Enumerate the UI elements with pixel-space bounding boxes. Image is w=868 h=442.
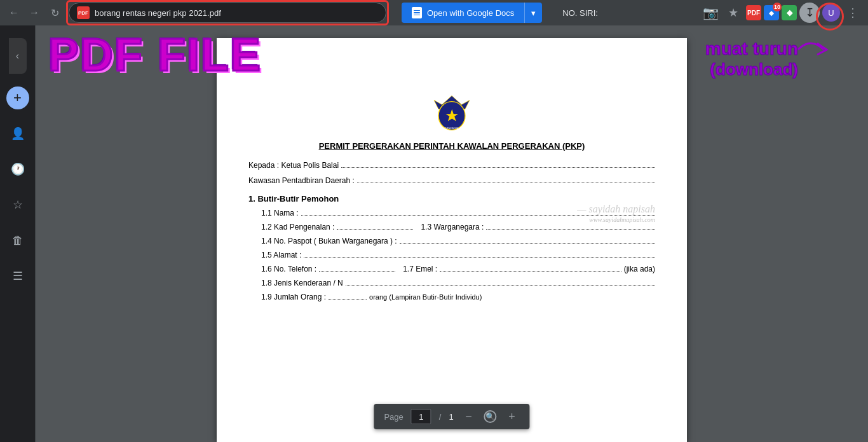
- item-1-2-3: 1.2 Kad Pengenalan : 1.3 Warganegara :: [248, 223, 655, 231]
- sidebar-btn-trash[interactable]: 🗑: [6, 229, 29, 252]
- signature-area: — sayidah napisah www.sayidahnapisah.com: [577, 204, 655, 223]
- google-docs-icon: [412, 7, 422, 18]
- orang-lampiran-label: orang (Lampiran Butir-Butir Individu): [369, 293, 482, 301]
- sidebar-btn-bookmarks[interactable]: ☆: [6, 193, 29, 216]
- star-button[interactable]: ★: [723, 3, 743, 23]
- apps-icon: ☰: [13, 269, 23, 283]
- zoom-out-button[interactable]: −: [461, 409, 477, 424]
- pdf-extension-icon[interactable]: PDF: [746, 5, 761, 20]
- right-toolbar: 📷 ★ PDF ◆ 10 ◆ ↧ U ⋮: [700, 3, 863, 23]
- muat-turun-line2: (download): [705, 60, 798, 79]
- page-separator: /: [439, 412, 442, 422]
- bookmarks-icon: ☆: [13, 198, 23, 212]
- section1-title: 1. Butir-Butir Pemohon: [248, 194, 655, 204]
- item-1-7-dots: [440, 271, 621, 272]
- reload-button[interactable]: ↻: [46, 4, 64, 22]
- add-button[interactable]: +: [6, 86, 29, 109]
- profile-icon[interactable]: U: [822, 4, 840, 22]
- muat-turun-annotation: muat turun (download): [705, 38, 798, 79]
- item-1-3-dots: [486, 229, 655, 230]
- pdf-area: PDF FILE muat turun (download): [36, 25, 868, 442]
- kepada-line: Kepada : Ketua Polis Balai: [248, 161, 655, 170]
- total-pages: 1: [449, 412, 453, 422]
- no-siri-label: NO. SIRI:: [562, 8, 598, 18]
- address-bar[interactable]: PDF borang rentas negeri pkp 2021.pdf: [69, 3, 386, 23]
- add-bookmark-button[interactable]: 📷: [700, 3, 721, 23]
- item-1-7-label: 1.7 Emel :: [403, 265, 437, 273]
- dropdown-arrow-icon: ▾: [531, 8, 536, 18]
- sidebar-collapse-button[interactable]: ‹: [9, 38, 27, 74]
- svg-text:POLIS DIRAJA MALAYSIA: POLIS DIRAJA MALAYSIA: [436, 127, 468, 130]
- pdf-file-icon: PDF: [77, 6, 90, 19]
- zoom-magnifier-icon: 🔍: [484, 410, 497, 423]
- download-button[interactable]: ↧: [799, 3, 820, 23]
- kawasan-dots: [357, 183, 655, 183]
- item-1-9-label: 1.9 Jumlah Orang :: [261, 293, 326, 301]
- left-sidebar: ‹ + 👤 🕐 ☆ 🗑 ☰: [0, 25, 36, 442]
- back-button[interactable]: ←: [5, 4, 23, 22]
- nav-buttons: ← → ↻: [5, 4, 64, 22]
- item-1-4-dots: [400, 243, 655, 244]
- open-with-dropdown-button[interactable]: ▾: [524, 3, 542, 23]
- item-1-9: 1.9 Jumlah Orang : orang (Lampiran Butir…: [248, 293, 655, 301]
- item-1-6-label: 1.6 No. Telefon :: [261, 265, 316, 273]
- trash-icon: 🗑: [12, 234, 24, 247]
- address-bar-container: PDF borang rentas negeri pkp 2021.pdf: [69, 3, 386, 23]
- item-1-4: 1.4 No. Paspot ( Bukan Warganegara ) :: [248, 237, 655, 245]
- page-toolbar: Page / 1 − 🔍 +: [374, 404, 529, 429]
- item-1-1-label: 1.1 Nama :: [261, 209, 299, 218]
- item-1-8-label: 1.8 Jenis Kenderaan / N: [261, 279, 343, 287]
- kepada-label: Kepada : Ketua Polis Balai: [248, 161, 339, 170]
- signature-text: — sayidah napisah: [577, 204, 655, 215]
- sidebar-btn-history[interactable]: 🕐: [6, 158, 29, 181]
- address-text: borang rentas negeri pkp 2021.pdf: [95, 8, 221, 18]
- jika-ada-label: (jika ada): [624, 265, 655, 273]
- extension-icon-2[interactable]: ◆: [782, 5, 797, 20]
- recents-icon: 👤: [11, 127, 25, 141]
- viewer-container: ‹ + 👤 🕐 ☆ 🗑 ☰ PDF FILE muat turun (downl…: [0, 25, 868, 442]
- item-1-6-7: 1.6 No. Telefon : 1.7 Emel : (jika ada): [248, 265, 655, 273]
- kepada-dots: [341, 167, 655, 168]
- add-icon: +: [13, 90, 22, 106]
- document-title: PERMIT PERGERAKAN PERINTAH KAWALAN PERGE…: [248, 141, 655, 151]
- forward-button[interactable]: →: [25, 4, 43, 22]
- item-1-8: 1.8 Jenis Kenderaan / N: [248, 279, 655, 287]
- open-with-label: Open with Google Docs: [427, 8, 514, 18]
- zoom-in-button[interactable]: +: [505, 409, 520, 424]
- pdf-file-annotation-label: PDF FILE: [48, 32, 262, 78]
- police-logo-svg: POLIS DIRAJA MALAYSIA: [430, 89, 474, 134]
- pdf-document: POLIS DIRAJA MALAYSIA PERMIT PERGERAKAN …: [217, 38, 687, 442]
- download-arrow-indicator: [792, 31, 830, 69]
- item-1-5: 1.5 Alamat :: [248, 251, 655, 259]
- item-1-5-label: 1.5 Alamat :: [261, 251, 301, 259]
- item-1-3-label: 1.3 Warganegara :: [421, 223, 484, 231]
- sidebar-btn-apps[interactable]: ☰: [6, 265, 29, 287]
- sidebar-btn-recents[interactable]: 👤: [6, 122, 29, 145]
- open-with-google-docs-container: Open with Google Docs ▾: [402, 3, 542, 23]
- more-options-button[interactable]: ⋮: [843, 3, 863, 23]
- page-input[interactable]: [411, 409, 431, 424]
- page-label: Page: [384, 412, 403, 422]
- item-1-4-label: 1.4 No. Paspot ( Bukan Warganegara ) :: [261, 237, 397, 245]
- extension-icon-badge[interactable]: ◆ 10: [764, 5, 779, 20]
- open-with-google-docs-button[interactable]: Open with Google Docs: [402, 3, 524, 23]
- chrome-top-bar: ← → ↻ PDF borang rentas negeri pkp 2021.…: [0, 0, 868, 25]
- extension-badge: 10: [773, 3, 782, 11]
- kawasan-line: Kawasan Pentadbiran Daerah :: [248, 176, 655, 185]
- signature-url: www.sayidahnapisah.com: [577, 216, 655, 223]
- history-icon: 🕐: [11, 162, 25, 176]
- item-1-8-dots: [346, 285, 655, 286]
- police-logo-area: POLIS DIRAJA MALAYSIA: [248, 89, 655, 136]
- muat-turun-line1: muat turun: [705, 38, 798, 60]
- kawasan-label: Kawasan Pentadbiran Daerah :: [248, 176, 355, 185]
- item-1-2-label: 1.2 Kad Pengenalan :: [261, 223, 334, 231]
- item-1-9-dots: [329, 299, 367, 300]
- item-1-5-dots: [304, 257, 655, 258]
